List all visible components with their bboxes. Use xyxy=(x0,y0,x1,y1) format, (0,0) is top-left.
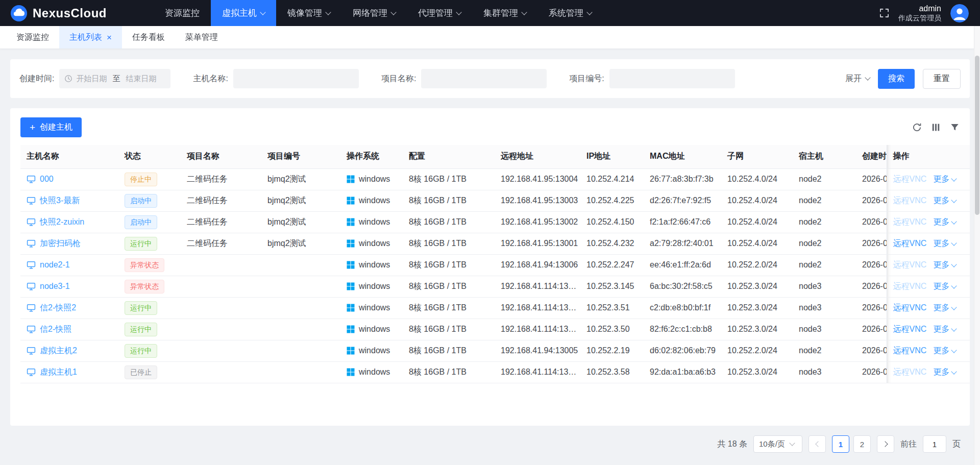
created-time-label: 创建时间: xyxy=(19,74,54,84)
page-button[interactable]: 2 xyxy=(853,435,871,453)
expand-toggle[interactable]: 展开 xyxy=(845,74,870,84)
host-name-link[interactable]: 虚拟主机2 xyxy=(40,346,77,356)
cell-project_name xyxy=(181,276,261,297)
host-name-link[interactable]: 加密扫码枪 xyxy=(40,238,81,249)
cell-created: 2026-0 xyxy=(856,340,887,361)
goto-page-input[interactable] xyxy=(923,435,946,453)
cell-mac: d2:26:7f:e7:92:f5 xyxy=(644,190,721,211)
search-button[interactable]: 搜索 xyxy=(878,69,915,89)
remote-vnc-link[interactable]: 远程VNC xyxy=(893,303,927,312)
cell-ip: 10.252.3.58 xyxy=(580,361,644,383)
chevron-down-icon xyxy=(865,75,870,80)
remote-vnc-link[interactable]: 远程VNC xyxy=(893,239,927,248)
remote-vnc-link[interactable]: 远程VNC xyxy=(893,346,927,355)
table-row: 虚拟主机2运行中windows8核 16GB / 1TB192.168.41.9… xyxy=(20,340,970,361)
status-badge: 停止中 xyxy=(125,173,157,186)
cell-host_node: node2 xyxy=(793,190,856,211)
nav-item[interactable]: 资源监控 xyxy=(154,0,211,26)
nav-item[interactable]: 集群管理 xyxy=(472,0,537,26)
more-dropdown[interactable]: 更多 xyxy=(933,174,956,185)
next-page-button[interactable] xyxy=(877,435,894,453)
date-separator: 至 xyxy=(112,74,120,84)
refresh-icon[interactable] xyxy=(912,123,922,132)
nav-item[interactable]: 虚拟主机 xyxy=(211,0,276,26)
cell-ip: 10.252.3.50 xyxy=(580,319,644,340)
nav-item[interactable]: 代理管理 xyxy=(407,0,472,26)
prev-page-button[interactable] xyxy=(808,435,826,453)
top-nav: 资源监控虚拟主机镜像管理网络管理代理管理集群管理系统管理 xyxy=(154,0,603,26)
remote-vnc-link[interactable]: 远程VNC xyxy=(893,325,927,333)
more-dropdown[interactable]: 更多 xyxy=(933,346,956,356)
pagination-bar: 共 18 条 10条/页 12 前往 页 xyxy=(10,434,970,454)
host-name-link[interactable]: 000 xyxy=(40,175,54,184)
status-badge: 启动中 xyxy=(125,215,157,229)
windows-icon xyxy=(347,239,355,248)
filter-funnel-icon[interactable] xyxy=(950,123,960,132)
logo: NexusCloud xyxy=(10,5,107,22)
reset-button[interactable]: 重置 xyxy=(923,69,961,89)
cell-project_no xyxy=(261,297,340,319)
status-badge: 运行中 xyxy=(125,237,157,251)
host-name-input[interactable] xyxy=(233,69,359,88)
table-row: 000停止中二维码任务bjmq2测试windows8核 16GB / 1TB19… xyxy=(20,168,970,190)
more-dropdown[interactable]: 更多 xyxy=(933,195,956,206)
host-name-link[interactable]: 快照2-zuixin xyxy=(40,217,84,228)
more-dropdown[interactable]: 更多 xyxy=(933,281,956,292)
host-table: 主机名称状态项目名称项目编号操作系统配置远程地址IP地址MAC地址子网宿主机创建… xyxy=(20,145,970,383)
project-no-input[interactable] xyxy=(609,69,735,88)
remote-vnc-link: 远程VNC xyxy=(893,368,927,376)
tab-close-icon[interactable]: × xyxy=(107,33,112,42)
host-name-link[interactable]: 快照3-最新 xyxy=(40,195,80,206)
scrollbar[interactable] xyxy=(974,26,980,465)
more-dropdown[interactable]: 更多 xyxy=(933,367,956,378)
table-body: 000停止中二维码任务bjmq2测试windows8核 16GB / 1TB19… xyxy=(20,168,970,383)
os-label: windows xyxy=(359,368,390,377)
tab-item[interactable]: 资源监控 xyxy=(6,26,59,48)
cell-host_node: node2 xyxy=(793,254,856,276)
monitor-icon xyxy=(27,303,36,312)
more-dropdown[interactable]: 更多 xyxy=(933,238,956,249)
tab-item[interactable]: 菜单管理 xyxy=(175,26,228,48)
host-list-panel: + 创建主机 主机名称状态项目名称项目编号操作系统配置 xyxy=(10,108,970,426)
more-dropdown[interactable]: 更多 xyxy=(933,217,956,228)
host-name-label: 主机名称: xyxy=(193,74,228,84)
host-name-link[interactable]: 信2-快照2 xyxy=(40,303,76,313)
monitor-icon xyxy=(27,325,36,334)
page-button[interactable]: 1 xyxy=(832,435,849,453)
windows-icon xyxy=(347,261,355,269)
host-name-link[interactable]: 虚拟主机1 xyxy=(40,367,77,378)
avatar[interactable] xyxy=(950,4,969,22)
tab-active[interactable]: 主机列表× xyxy=(59,26,122,48)
fullscreen-icon[interactable] xyxy=(879,8,889,18)
host-name-link[interactable]: node3-1 xyxy=(40,282,70,291)
pagination-pages: 12 xyxy=(832,435,871,453)
nav-item[interactable]: 网络管理 xyxy=(341,0,407,26)
cell-mac: ee:46:e1:ff:2a:6d xyxy=(644,254,721,276)
tab-item[interactable]: 任务看板 xyxy=(122,26,175,48)
more-dropdown[interactable]: 更多 xyxy=(933,260,956,271)
project-name-input[interactable] xyxy=(421,69,547,88)
host-name-link[interactable]: 信2-快照 xyxy=(40,324,71,335)
more-dropdown[interactable]: 更多 xyxy=(933,303,956,313)
scrollbar-thumb[interactable] xyxy=(975,56,979,215)
column-settings-icon[interactable] xyxy=(931,123,941,132)
chevron-down-icon xyxy=(789,440,795,446)
page-size-select[interactable]: 10条/页 xyxy=(753,435,802,453)
more-dropdown[interactable]: 更多 xyxy=(933,324,956,335)
chevron-down-icon xyxy=(951,283,957,288)
app-title: NexusCloud xyxy=(33,6,107,20)
cell-config: 8核 16GB / 1TB xyxy=(403,254,495,276)
date-range-picker[interactable]: 开始日期 至 结束日期 xyxy=(59,69,170,88)
cell-remote: 192.168.41.114:13… xyxy=(495,361,580,383)
create-host-button[interactable]: + 创建主机 xyxy=(20,117,82,137)
host-name-link[interactable]: node2-1 xyxy=(40,260,70,270)
page-unit-label: 页 xyxy=(952,439,961,450)
os-label: windows xyxy=(359,260,390,270)
nav-item[interactable]: 镜像管理 xyxy=(276,0,341,26)
column-header-ip: IP地址 xyxy=(580,145,644,168)
nav-item[interactable]: 系统管理 xyxy=(537,0,603,26)
column-header-created: 创建时间 xyxy=(856,145,887,168)
table-row: 快照2-zuixin启动中二维码任务bjmq2测试windows8核 16GB … xyxy=(20,211,970,233)
cell-subnet: 10.252.4.0/24 xyxy=(721,211,793,233)
os-label: windows xyxy=(359,303,390,312)
